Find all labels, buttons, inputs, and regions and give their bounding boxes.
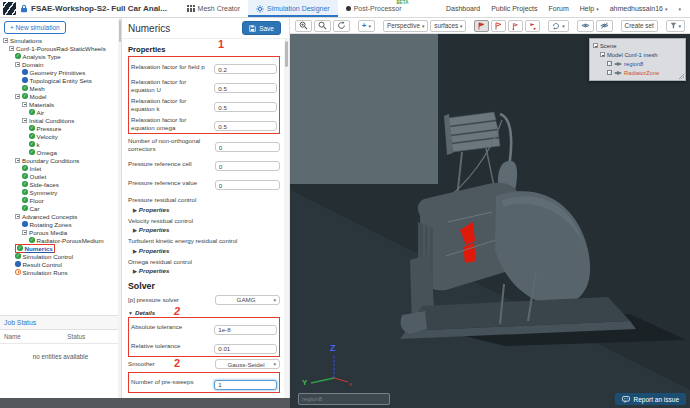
tree-item-simulation-control[interactable]: Simulation Control (0, 252, 121, 260)
collapse-icon[interactable] (9, 46, 14, 51)
add-geometry-primitive-button[interactable]: +▾ (358, 20, 375, 32)
viewport-entity-field[interactable]: region8 (298, 393, 390, 405)
projection-select[interactable]: Perspective▾ (383, 20, 428, 32)
pre-sweeps-input[interactable] (214, 380, 277, 390)
tree-item-analysis-type[interactable]: Analysis Type (0, 52, 121, 60)
resize-handle[interactable] (679, 74, 684, 79)
project-title: FSAE-Workshop-S2- Full Car Anal... (31, 4, 167, 13)
tree-item-geometry-primitives[interactable]: Geometry Primitives (0, 68, 121, 76)
tree-item-simulations[interactable]: Simulations (0, 36, 121, 44)
tree-item-floor[interactable]: Floor (0, 196, 121, 204)
collapse-icon[interactable] (22, 230, 27, 235)
tree-item-result-control[interactable]: Result Control (0, 260, 121, 268)
tree-item-rotating-zones[interactable]: Rotating Zones (0, 220, 121, 228)
pick-node-button[interactable] (525, 20, 540, 32)
pick-face-button[interactable] (491, 20, 506, 32)
tree-item-boundary-conditions[interactable]: Boundary Conditions (0, 156, 121, 164)
nav-dashboard[interactable]: Dashboard (446, 5, 480, 12)
checkbox-checked-icon[interactable] (607, 70, 612, 75)
tree-item-air[interactable]: Air (0, 108, 121, 116)
collapse-icon[interactable] (22, 118, 27, 123)
orientation-button[interactable]: ▾ (548, 20, 568, 32)
pressure-solver-select[interactable]: GAMG▾ (215, 295, 280, 305)
tree-item-side-faces[interactable]: Side-faces (0, 180, 121, 188)
tree-item-materials[interactable]: Materials (0, 100, 121, 108)
nav-help-menu[interactable]: Help▾ (580, 5, 599, 12)
pressure-reference-cell-input[interactable] (215, 161, 280, 171)
tree-item-numerics-selected[interactable]: Numerics (0, 244, 121, 252)
reset-view-button[interactable] (333, 20, 350, 32)
scene-radiatorzone-item[interactable]: RadiatorZone (593, 68, 682, 77)
scene-root-item[interactable]: Scene (593, 41, 682, 50)
tree-item-model[interactable]: Model (0, 92, 121, 100)
omega-residual-properties-toggle[interactable]: ▶Properties (133, 267, 280, 274)
collapse-icon[interactable] (15, 62, 20, 67)
non-orthogonal-correctors-input[interactable] (215, 142, 280, 152)
pressure-reference-value-input[interactable] (215, 180, 280, 190)
tree-item-porous-media[interactable]: Porous Media (0, 228, 121, 236)
pick-edge-button[interactable] (508, 20, 523, 32)
panel-scrollbar[interactable] (284, 39, 289, 398)
filter-button[interactable]: ▾ (666, 20, 685, 32)
tree-item-outlet[interactable]: Outlet (0, 172, 121, 180)
render-mode-select[interactable]: surfaces▾ (430, 20, 466, 32)
collapse-icon[interactable] (593, 43, 598, 48)
absolute-tolerance-input[interactable] (214, 325, 277, 335)
sidebar-scrollbar[interactable] (118, 18, 121, 398)
tree-item-velocity[interactable]: Velocity (0, 132, 121, 140)
job-status-header[interactable]: Job Status (0, 315, 121, 330)
tree-item-topological-entity-sets[interactable]: Topological Entity Sets (0, 76, 121, 84)
report-issue-button[interactable]: Report an issue (615, 393, 686, 405)
tree-item-inlet[interactable]: Inlet (0, 164, 121, 172)
save-button[interactable]: Save (242, 21, 281, 35)
nav-forum[interactable]: Forum (548, 5, 568, 12)
tab-simulation-designer[interactable]: Simulation Designer (248, 0, 338, 17)
collapse-icon[interactable] (600, 52, 605, 57)
collapse-icon[interactable] (22, 102, 27, 107)
tree-item-omega[interactable]: Omega (0, 148, 121, 156)
smoother-select[interactable]: Gauss-Seidel▾ (215, 359, 280, 369)
tree-item-car[interactable]: Car (0, 204, 121, 212)
tree-item-symmetry[interactable]: Symmetry (0, 188, 121, 196)
relative-tolerance-input[interactable] (214, 344, 277, 354)
tree-item-simulation-runs[interactable]: Simulation Runs (0, 268, 121, 276)
collapse-icon[interactable] (15, 214, 20, 219)
show-entities-button[interactable] (577, 20, 594, 32)
tree-item-configuration[interactable]: Conf-1-PorousRad-StaticWheels (0, 44, 121, 52)
zoom-fit-button[interactable] (314, 20, 331, 32)
tree-item-advanced-concepts[interactable]: Advanced Concepts (0, 212, 121, 220)
collapse-icon[interactable] (15, 94, 20, 99)
relaxation-k-input[interactable] (214, 102, 277, 112)
eye-icon[interactable] (614, 61, 622, 67)
hide-entities-button[interactable] (596, 20, 613, 32)
checkbox-checked-icon[interactable] (607, 61, 612, 66)
velocity-residual-properties-toggle[interactable]: ▶Properties (133, 226, 280, 233)
relaxation-omega-input[interactable] (214, 121, 277, 131)
tree-item-domain[interactable]: Domain (0, 60, 121, 68)
tab-post-processor[interactable]: Post-Processor BETA (338, 0, 410, 17)
tke-residual-properties-toggle[interactable]: ▶Properties (133, 247, 280, 254)
nav-user-menu[interactable]: ahmedhussain16▾ (610, 5, 668, 12)
eye-icon[interactable] (614, 70, 622, 76)
pressure-residual-properties-toggle[interactable]: ▶Properties (133, 206, 280, 213)
relaxation-u-input[interactable] (214, 83, 277, 93)
relaxation-p-input[interactable] (214, 64, 277, 74)
tree-item-initial-conditions[interactable]: Initial Conditions (0, 116, 121, 124)
new-simulation-button[interactable]: + New simulation (4, 21, 66, 34)
tree-item-mesh[interactable]: Mesh (0, 84, 121, 92)
details-toggle[interactable]: ▼Details2 (128, 309, 280, 316)
collapse-icon[interactable] (15, 158, 20, 163)
zoom-in-button[interactable] (295, 20, 312, 32)
scene-mesh-item[interactable]: Model Conf-1 mesh (593, 50, 682, 59)
nav-more-menu[interactable]: ▾ (678, 6, 681, 12)
nav-public-projects[interactable]: Public Projects (491, 5, 537, 12)
app-logo-icon[interactable] (3, 2, 16, 15)
collapse-icon[interactable] (3, 38, 8, 43)
pick-volume-button[interactable] (474, 20, 489, 32)
tab-mesh-creator[interactable]: Mesh Creator (179, 0, 248, 17)
create-set-button[interactable]: Create set (621, 20, 658, 32)
3d-viewport[interactable]: Scene Model Conf-1 mesh region8 Radiator… (290, 34, 690, 408)
tree-item-k[interactable]: k (0, 140, 121, 148)
tree-item-pressure[interactable]: Pressure (0, 124, 121, 132)
scene-region-item[interactable]: region8 (593, 59, 682, 68)
